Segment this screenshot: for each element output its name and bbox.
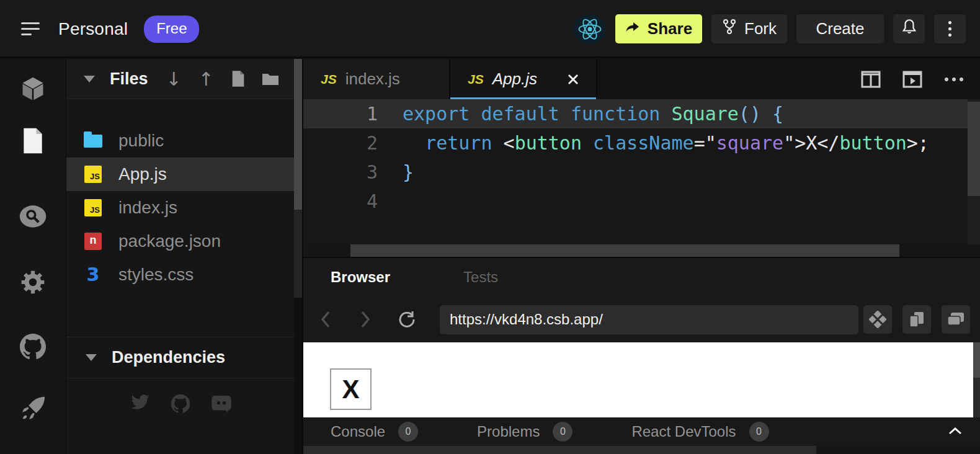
- line-number: 3: [303, 158, 378, 187]
- file-row-public[interactable]: public: [66, 124, 294, 158]
- count-badge: 0: [553, 422, 572, 442]
- url-bar-row: https://vkd4n8.csb.app/: [303, 296, 980, 342]
- search-icon[interactable]: [18, 202, 48, 231]
- square-button[interactable]: X: [330, 368, 372, 410]
- collapse-caret-icon: [86, 354, 97, 361]
- open-new-window-icon[interactable]: [942, 305, 970, 334]
- count-badge: 0: [749, 422, 769, 442]
- responsive-mode-icon[interactable]: [863, 305, 892, 334]
- back-icon[interactable]: [314, 308, 337, 331]
- tab-browser[interactable]: Browser: [331, 269, 390, 286]
- code-line-1: 1 export default function Square() {: [303, 99, 980, 128]
- browser-panel: Browser Tests https://vkd4n8.csb.app/: [303, 257, 980, 454]
- github-icon[interactable]: [18, 332, 48, 362]
- bell-icon: [901, 18, 917, 40]
- js-file-icon: JS: [84, 165, 102, 184]
- console-scrollbar[interactable]: [303, 446, 980, 454]
- console-bar: Console 0 Problems 0 React DevTools 0: [303, 417, 980, 446]
- workspace-area: Personal Free: [21, 0, 199, 58]
- browser-tab-bar: Browser Tests: [303, 258, 498, 296]
- code-area[interactable]: 1 export default function Square() { 2 r…: [303, 99, 980, 244]
- url-input[interactable]: https://vkd4n8.csb.app/: [440, 305, 858, 334]
- more-options-button[interactable]: [934, 14, 966, 43]
- hamburger-menu-icon[interactable]: [21, 20, 42, 38]
- line-number: 1: [303, 99, 378, 128]
- codesandbox-app: Personal Free Share: [0, 0, 980, 454]
- share-button[interactable]: Share: [615, 14, 702, 43]
- kebab-menu-icon: [948, 21, 951, 37]
- preview-window-icon[interactable]: [902, 70, 923, 89]
- file-row-indexjs[interactable]: JS index.js: [66, 191, 294, 225]
- workspace-name[interactable]: Personal: [58, 19, 128, 39]
- file-row-stylescss[interactable]: 3 styles.css: [66, 258, 294, 292]
- preview-scrollbar[interactable]: [973, 342, 980, 417]
- create-button[interactable]: Create: [796, 14, 884, 43]
- new-file-icon[interactable]: [228, 69, 248, 89]
- share-arrow-icon: [625, 19, 640, 38]
- settings-gear-icon[interactable]: [18, 267, 48, 297]
- react-logo-icon: [574, 14, 606, 44]
- split-view-icon[interactable]: [860, 70, 881, 89]
- js-tab-icon: JS: [321, 72, 337, 87]
- browser-preview: X: [303, 342, 980, 417]
- files-title: Files: [110, 69, 148, 89]
- file-row-appjs[interactable]: JS App.js: [66, 158, 294, 191]
- new-folder-icon[interactable]: [261, 69, 280, 89]
- line-number: 2: [303, 128, 378, 158]
- editor-horizontal-scrollbar[interactable]: [303, 244, 980, 257]
- explorer-file-icon[interactable]: [18, 126, 48, 156]
- file-list: public JS App.js JS index.js n package.j…: [66, 124, 294, 292]
- chevron-up-icon[interactable]: [944, 422, 966, 441]
- discord-icon[interactable]: [211, 394, 231, 414]
- count-badge: 0: [398, 422, 418, 442]
- collapse-caret-icon: [84, 76, 95, 82]
- duplicate-preview-icon[interactable]: [902, 305, 931, 334]
- files-panel: Files ↓ ↑ public JS App.js: [66, 59, 294, 454]
- dependencies-header[interactable]: Dependencies: [66, 337, 294, 378]
- upload-icon[interactable]: ↑: [196, 69, 216, 89]
- tab-tests[interactable]: Tests: [463, 269, 498, 286]
- download-icon[interactable]: ↓: [164, 69, 184, 89]
- npm-file-icon: n: [84, 232, 102, 251]
- react-devtools-tab[interactable]: React DevTools 0: [631, 422, 768, 442]
- twitter-icon[interactable]: [130, 394, 150, 414]
- close-tab-icon[interactable]: [564, 70, 582, 89]
- code-editor: JS index.js JS App.js: [303, 59, 980, 257]
- editor-actions: [860, 59, 980, 99]
- topbar-actions: Share Fork Create: [574, 14, 966, 43]
- editor-more-icon[interactable]: [943, 70, 964, 89]
- social-links: [66, 394, 294, 414]
- files-header[interactable]: Files ↓ ↑: [66, 59, 294, 99]
- preview-actions: [863, 305, 970, 334]
- js-file-icon: JS: [84, 198, 102, 217]
- tab-appjs[interactable]: JS App.js: [450, 59, 597, 99]
- tab-indexjs[interactable]: JS index.js: [303, 59, 450, 99]
- rocket-icon[interactable]: [18, 394, 48, 424]
- notifications-button[interactable]: [893, 14, 925, 43]
- forward-icon[interactable]: [354, 308, 376, 331]
- code-line-2: 2 return <button className="square">X</b…: [303, 128, 980, 158]
- plan-badge: Free: [144, 16, 199, 43]
- js-tab-icon: JS: [468, 72, 484, 87]
- sandbox-cube-icon[interactable]: [18, 74, 48, 104]
- folder-icon: [84, 131, 102, 150]
- top-bar: Personal Free Share: [0, 0, 980, 58]
- activity-rail: [0, 59, 66, 454]
- code-line-3: 3 }: [303, 158, 980, 187]
- refresh-icon[interactable]: [395, 308, 417, 331]
- file-row-packagejson[interactable]: n package.json: [66, 225, 294, 258]
- problems-tab[interactable]: Problems 0: [477, 422, 572, 442]
- fork-icon: [722, 19, 737, 39]
- editor-tab-bar: JS index.js JS App.js: [303, 59, 980, 99]
- css-file-icon: 3: [84, 265, 102, 284]
- files-header-actions: ↓ ↑: [164, 69, 280, 89]
- line-number: 4: [303, 187, 378, 216]
- code-line-4: 4: [303, 187, 980, 216]
- console-tab[interactable]: Console 0: [331, 422, 418, 442]
- fork-button[interactable]: Fork: [711, 14, 787, 43]
- github-small-icon[interactable]: [171, 394, 190, 414]
- editor-vertical-scrollbar[interactable]: [968, 99, 980, 244]
